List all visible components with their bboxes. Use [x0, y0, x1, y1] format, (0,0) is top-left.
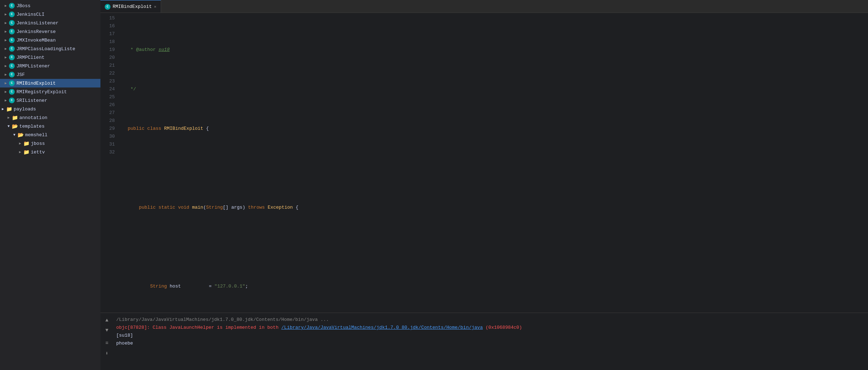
bottom-panel: ▲ ▼ ≡ ⬇ /Library/Java/JavaVirtualMachine… [100, 313, 868, 370]
sidebar-item-label: JMXInvokeMBean [16, 38, 56, 43]
sidebar-item-label: iettv [31, 150, 45, 155]
kw-void: void [178, 204, 192, 212]
folder-icon: 📁 [23, 149, 29, 155]
line-number-17: ▶ 17 [100, 30, 118, 38]
line-number-32: 32 [100, 148, 118, 156]
class-icon: C [9, 20, 15, 26]
line-number-18: 18 [100, 38, 118, 46]
sidebar-item-templates[interactable]: ▼ 📂 templates [0, 122, 100, 131]
code-line-15: * @author su18 [128, 46, 868, 54]
code-line-21: String host = "127.0.0.1"; [128, 283, 868, 290]
keyword-class: class [147, 125, 164, 133]
collapse-arrow: ▶ [3, 80, 9, 86]
sidebar-item-jenkinscli[interactable]: ▶ C JenkinsCLI [0, 10, 100, 19]
collapse-arrow: ▶ [0, 106, 6, 112]
classname-rmibindexploit: RMIBindExploit [164, 125, 203, 133]
collapse-arrow: ▶ [3, 72, 9, 77]
tab-close-button[interactable]: ✕ [154, 4, 156, 9]
collapse-arrow: ▶ [3, 89, 9, 95]
line-number-22: 22 [100, 70, 118, 77]
line-number-15: 15 [100, 14, 118, 22]
class-icon: C [9, 71, 15, 78]
semi-21: ; [245, 283, 248, 290]
sidebar-item-label: payloads [14, 106, 36, 112]
code-line-18 [128, 164, 868, 172]
output-line-path: /Library/Java/JavaVirtualMachines/jdk1.7… [116, 316, 865, 324]
folder-icon: 📁 [11, 114, 18, 121]
sidebar-item-jmxinvokembean[interactable]: ▶ C JMXInvokeMBean [0, 36, 100, 44]
code-line-17: public class RMIBindExploit { [128, 125, 868, 133]
sidebar-item-label: RMIRegistryExploit [16, 89, 67, 95]
sidebar-item-annotation[interactable]: ▶ 📁 annotation [0, 113, 100, 122]
sidebar-item-label: annotation [19, 115, 47, 120]
download-button[interactable]: ⬇ [103, 350, 110, 357]
sidebar-item-iettv[interactable]: ▶ 📁 iettv [0, 148, 100, 156]
sidebar-item-jsf[interactable]: ▶ C JSF [0, 70, 100, 79]
line-number-20: 20 [100, 54, 118, 62]
sidebar-item-label: JenkinsReverse [16, 29, 56, 34]
bottom-content: ▲ ▼ ≡ ⬇ /Library/Java/JavaVirtualMachine… [100, 313, 868, 370]
error-suffix: (0x1068984c0) [483, 324, 522, 332]
sidebar-item-jboss-sub[interactable]: ▶ 📁 jboss [0, 139, 100, 148]
sidebar-item-jenkinsreverse[interactable]: ▶ C JenkinsReverse [0, 27, 100, 36]
code-line-19: public static void main(String[] args) t… [128, 204, 868, 212]
sidebar-item-rmibindexploit[interactable]: ▶ C RMIBindExploit [0, 79, 100, 87]
sidebar-item-label: templates [19, 124, 44, 129]
kw-static: static [159, 204, 178, 212]
line-number-23: 23 [100, 77, 118, 85]
collapse-arrow: ▼ [6, 123, 11, 129]
type-string: String [206, 204, 223, 212]
sidebar-item-label: memshell [25, 132, 47, 138]
sidebar-item-jrmpclient[interactable]: ▶ C JRMPClient [0, 53, 100, 62]
keyword-public: public [128, 125, 147, 133]
string-host: "127.0.0.1" [214, 283, 245, 290]
sidebar-item-label: JSF [16, 72, 25, 77]
sidebar-item-jrmpclassloadinglist[interactable]: ▶ C JRMPClassLoadingListe [0, 44, 100, 53]
method-main: main [192, 204, 203, 212]
options-button[interactable]: ≡ [103, 340, 110, 347]
sidebar-item-label: JRMPListener [16, 63, 50, 69]
class-icon: C [9, 37, 15, 43]
scroll-down-button[interactable]: ▼ [103, 327, 110, 334]
folder-icon: 📂 [11, 123, 18, 129]
line-number-29: 29 [100, 125, 118, 133]
class-icon-tab: C [105, 4, 110, 10]
sidebar-item-jboss[interactable]: ▶ C JBoss [0, 1, 100, 10]
class-icon: C [9, 97, 15, 104]
folder-icon: 📂 [17, 132, 24, 138]
line-number-25: 25 [100, 93, 118, 101]
sidebar-item-rmiregistryexploit[interactable]: ▶ C RMIRegistryExploit [0, 87, 100, 96]
line-number-21: 21 [100, 62, 118, 70]
author-value: su18 [159, 46, 170, 54]
sidebar-item-label: JenkinsListener [16, 20, 58, 26]
tab-rmibindexploit[interactable]: C RMIBindExploit ✕ [100, 0, 161, 13]
collapse-arrow: ▶ [17, 141, 23, 146]
space-21: host = [167, 283, 214, 290]
sidebar-item-jrmplistener[interactable]: ▶ C JRMPListener [0, 62, 100, 70]
output-line-su18: [su18] [116, 332, 865, 340]
line-number-27: 27 [100, 109, 118, 117]
collapse-arrow: ▶ [3, 98, 9, 103]
sidebar-item-label: JRMPClassLoadingListe [16, 46, 75, 52]
class-icon: C [9, 54, 15, 61]
error-link[interactable]: /Library/Java/JavaVirtualMachines/jdk1.7… [281, 324, 483, 332]
sidebar-item-jenkinslistener[interactable]: ▶ C JenkinsListener [0, 19, 100, 27]
collapse-arrow: ▶ [3, 20, 9, 26]
sidebar-item-payloads[interactable]: ▶ 📁 payloads [0, 105, 100, 113]
line-number-19: ▶ ◆ 19 [100, 46, 118, 54]
code-lines: * @author su18 */ public class RMIBindEx… [122, 13, 868, 313]
collapse-arrow: ▶ [3, 46, 9, 52]
scroll-up-button[interactable]: ▲ [103, 317, 110, 324]
class-icon: C [9, 89, 15, 95]
author-tag: @author [136, 46, 156, 54]
line-number-24: 24 [100, 85, 118, 93]
output-line-error: objc[87828]: Class JavaLaunchHelper is i… [116, 324, 865, 332]
sidebar-item-memshell[interactable]: ▼ 📂 memshell [0, 131, 100, 139]
paren-open: ( [203, 204, 206, 212]
sidebar: ▶ C JBoss ▶ C JenkinsCLI ▶ C JenkinsList… [0, 0, 100, 370]
brace-open: { [203, 125, 209, 133]
collapse-arrow: ▼ [11, 132, 17, 138]
sidebar-item-srilistener[interactable]: ▶ C SRIListener [0, 96, 100, 105]
sidebar-item-label: jboss [31, 141, 45, 146]
class-icon: C [9, 28, 15, 35]
